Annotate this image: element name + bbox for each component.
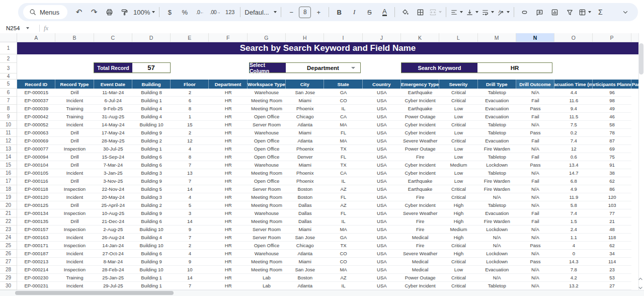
- table-cell[interactable]: 10: [171, 266, 209, 273]
- table-cell[interactable]: 4: [171, 145, 209, 153]
- table-cell[interactable]: 78: [593, 129, 631, 136]
- row-header-25[interactable]: 25: [0, 242, 17, 250]
- table-cell[interactable]: 3: [171, 209, 209, 217]
- table-cell[interactable]: Building 8: [132, 89, 171, 96]
- select-all-corner[interactable]: [0, 33, 17, 42]
- table-cell[interactable]: Power Outage: [401, 113, 439, 120]
- table-cell[interactable]: TX: [324, 161, 362, 169]
- table-cell[interactable]: FL: [324, 129, 362, 136]
- table-cell[interactable]: 8: [171, 105, 209, 112]
- table-cell[interactable]: USA: [363, 121, 401, 128]
- table-cell[interactable]: 21-Dec-24: [94, 217, 132, 225]
- table-cell[interactable]: Fire Warden: [478, 177, 516, 185]
- table-cell[interactable]: Severe Weather: [401, 250, 439, 257]
- table-cell[interactable]: Cyber Incident: [401, 161, 439, 169]
- table-cell[interactable]: GA: [324, 234, 362, 241]
- table-cell[interactable]: Evacuation: [478, 97, 516, 104]
- table-cell[interactable]: USA: [363, 209, 401, 217]
- table-header-cell[interactable]: Workspace Type: [248, 80, 286, 89]
- row-header-30[interactable]: 30: [0, 282, 17, 290]
- insert-comment-button[interactable]: [532, 6, 547, 19]
- table-cell[interactable]: Building 6: [132, 153, 171, 161]
- table-cell[interactable]: 1: [171, 113, 209, 120]
- table-cell[interactable]: EP-000213: [17, 258, 55, 265]
- table-cell[interactable]: Building 1: [132, 282, 171, 289]
- table-cell[interactable]: EP-000163: [17, 234, 55, 241]
- table-header-cell[interactable]: State: [324, 80, 362, 89]
- table-cell[interactable]: 15-Sep-24: [94, 153, 132, 161]
- table-cell[interactable]: USA: [363, 250, 401, 257]
- table-cell[interactable]: Low: [439, 266, 477, 273]
- row-header-24[interactable]: 24: [0, 234, 17, 242]
- table-cell[interactable]: 14: [171, 185, 209, 193]
- table-cell[interactable]: 38: [593, 169, 631, 177]
- table-cell[interactable]: Warehouse: [248, 209, 286, 217]
- table-cell[interactable]: High: [439, 250, 477, 257]
- table-cell[interactable]: Earthquake: [401, 105, 439, 112]
- bold-button[interactable]: B: [332, 6, 347, 19]
- table-cell[interactable]: Evacuation: [478, 137, 516, 144]
- column-header-K[interactable]: K: [401, 33, 439, 42]
- table-cell[interactable]: Medical: [401, 234, 439, 241]
- table-cell[interactable]: HR: [209, 137, 247, 144]
- table-cell[interactable]: N/A: [516, 250, 554, 257]
- table-cell[interactable]: Lockdown: [478, 161, 516, 169]
- table-cell[interactable]: 0: [554, 250, 593, 257]
- vertical-align-button[interactable]: [464, 6, 480, 19]
- scroll-up-arrow[interactable]: [637, 276, 643, 282]
- table-cell[interactable]: Tabletop: [478, 169, 516, 177]
- table-cell[interactable]: HR: [209, 177, 247, 185]
- table-cell[interactable]: 7: [171, 177, 209, 185]
- table-cell[interactable]: TX: [324, 242, 362, 249]
- insert-link-button[interactable]: [517, 6, 532, 19]
- text-wrap-button[interactable]: [480, 6, 496, 19]
- table-cell[interactable]: Pass: [516, 105, 554, 112]
- row-header-21[interactable]: 21: [0, 209, 17, 217]
- menus-button[interactable]: Menus: [23, 5, 67, 19]
- row-header-13[interactable]: 13: [0, 145, 17, 153]
- row-header-6[interactable]: 6: [0, 89, 17, 97]
- table-cell[interactable]: Meeting Room: [248, 169, 286, 177]
- table-cell[interactable]: Low: [439, 113, 477, 120]
- table-cell[interactable]: Inspection: [55, 266, 94, 273]
- table-cell[interactable]: Drill: [55, 201, 94, 209]
- table-cell[interactable]: Building 6: [132, 217, 171, 225]
- table-cell[interactable]: 96: [593, 89, 631, 96]
- table-cell[interactable]: Earthquake: [401, 177, 439, 185]
- table-cell[interactable]: Fire Warden: [478, 145, 516, 153]
- table-cell[interactable]: 8: [171, 153, 209, 161]
- table-cell[interactable]: Boston: [286, 274, 324, 281]
- table-cell[interactable]: EP-000171: [17, 242, 55, 249]
- table-cell[interactable]: Tabletop: [478, 121, 516, 128]
- row-header-9[interactable]: 9: [0, 113, 17, 121]
- table-cell[interactable]: EP-000104: [17, 161, 55, 169]
- table-cell[interactable]: EP-000118: [17, 185, 55, 193]
- column-header-N[interactable]: N: [516, 33, 554, 42]
- table-cell[interactable]: Building 6: [132, 250, 171, 257]
- table-cell[interactable]: Critical: [439, 282, 477, 289]
- table-cell[interactable]: 13: [171, 169, 209, 177]
- row-header-2[interactable]: 2: [0, 54, 17, 63]
- table-cell[interactable]: Phoenix: [286, 177, 324, 185]
- table-cell[interactable]: HR: [209, 250, 247, 257]
- table-cell[interactable]: Training: [55, 113, 94, 120]
- table-tools-button[interactable]: [577, 6, 593, 19]
- table-cell[interactable]: Building 1: [132, 97, 171, 104]
- table-cell[interactable]: MA: [324, 121, 362, 128]
- table-cell[interactable]: 12: [171, 137, 209, 144]
- table-cell[interactable]: Training: [55, 105, 94, 112]
- table-cell[interactable]: 87: [593, 137, 631, 144]
- table-cell[interactable]: Cyber Incident: [401, 201, 439, 209]
- table-cell[interactable]: Critical: [439, 274, 477, 281]
- table-cell[interactable]: Power Outage: [401, 145, 439, 153]
- table-cell[interactable]: EP-000105: [17, 169, 55, 177]
- table-cell[interactable]: 27-Oct-24: [94, 250, 132, 257]
- table-cell[interactable]: EP-000077: [17, 145, 55, 153]
- table-cell[interactable]: Building 6: [132, 161, 171, 169]
- table-cell[interactable]: HR: [209, 201, 247, 209]
- table-cell[interactable]: N/A: [516, 266, 554, 273]
- table-cell[interactable]: HR: [209, 145, 247, 153]
- functions-button[interactable]: Σ: [593, 6, 608, 19]
- sheet-title-cell[interactable]: Search by Search Keyword and Field Name: [17, 42, 638, 54]
- table-cell[interactable]: Building 10: [132, 242, 171, 249]
